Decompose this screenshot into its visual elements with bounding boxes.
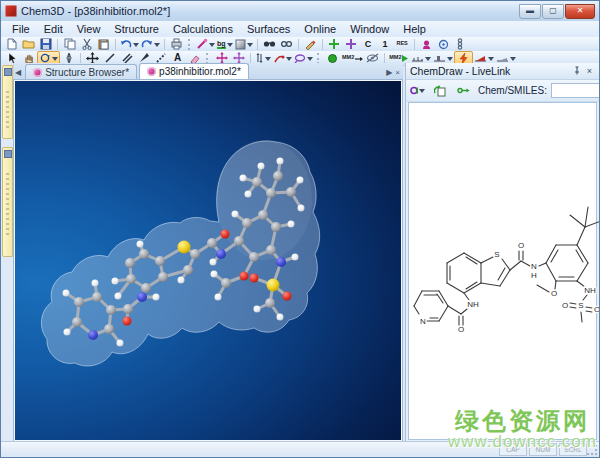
atom-c (271, 222, 281, 232)
atom-h (240, 175, 247, 182)
menu-item-calculations[interactable]: Calculations (166, 22, 240, 36)
cut-button[interactable] (78, 38, 95, 51)
atom-c (242, 218, 252, 228)
copy-structure-button[interactable] (432, 84, 449, 97)
status-scroll-lock: SCRL (559, 443, 587, 456)
atom-h (92, 280, 99, 287)
menu-item-help[interactable]: Help (396, 22, 433, 36)
chem3d-doc-icon (33, 68, 42, 77)
collapsed-panel-tab-1[interactable] (2, 65, 13, 139)
probe-tool-button[interactable] (195, 38, 216, 51)
probe-dropdown[interactable] (209, 43, 215, 50)
atom-h (277, 158, 284, 165)
atom-label-2d: NH (467, 300, 479, 309)
atom-label-2d: O (518, 241, 524, 250)
stereo-glasses-button[interactable] (261, 38, 278, 51)
menu-item-view[interactable]: View (70, 22, 108, 36)
bond-2d (414, 291, 422, 306)
new-document-button[interactable] (3, 38, 20, 51)
menu-item-online[interactable]: Online (297, 22, 343, 36)
bond-2d (555, 281, 556, 289)
copy-button[interactable] (61, 38, 78, 51)
panel-close-icon[interactable]: × (584, 66, 595, 76)
atom-c (286, 187, 296, 197)
app-icon (5, 5, 17, 17)
atom-h (254, 306, 261, 313)
collapsed-panel-tab-2[interactable] (2, 147, 13, 257)
save-button[interactable] (37, 38, 54, 51)
atom-c (266, 188, 276, 198)
menu-item-surfaces[interactable]: Surfaces (240, 22, 297, 36)
livelink-glasses-button[interactable] (409, 84, 426, 97)
model-3d-viewport[interactable] (13, 79, 403, 442)
tab-structure-browser[interactable]: Structure Browser* (25, 64, 137, 79)
menu-item-structure[interactable]: Structure (107, 22, 166, 36)
atom-n (276, 257, 286, 267)
smiles-input[interactable] (551, 83, 600, 98)
pencil-tool-button[interactable] (302, 38, 319, 51)
background-color-dropdown[interactable] (227, 43, 233, 50)
bond-2d (581, 312, 582, 322)
tab-close-button[interactable]: × (395, 68, 403, 79)
stereo-pair-button[interactable] (278, 38, 295, 51)
molecule-2d: SONHNHSOOONHON (409, 103, 600, 448)
maximize-button[interactable]: ▢ (542, 4, 564, 19)
redo-button[interactable] (140, 38, 161, 51)
atom-h (258, 163, 265, 170)
bond-2d (577, 263, 588, 281)
pin-icon[interactable] (570, 66, 584, 77)
menu-item-file[interactable]: File (5, 22, 37, 36)
atom-c (249, 252, 259, 262)
close-button[interactable]: ✕ (565, 4, 595, 19)
fragment-add-v-button[interactable] (343, 38, 360, 51)
atom-h (153, 294, 160, 301)
atom-c (265, 298, 275, 308)
gradient-fill-button[interactable] (234, 38, 254, 51)
atom-c (155, 256, 165, 266)
structure-2d-canvas[interactable]: SONHNHSOOONHON (408, 102, 597, 440)
tab-scroll-left[interactable]: ◀ (13, 68, 25, 79)
paste-button[interactable] (95, 38, 112, 51)
bond-2d (570, 307, 576, 308)
atom-c (258, 210, 268, 220)
atom-o (221, 230, 230, 239)
bond-2d (498, 268, 505, 280)
atom-label-2d: H (531, 271, 537, 280)
redo-dropdown[interactable] (154, 43, 160, 50)
panel-title: ChemDraw - LiveLink (410, 65, 510, 77)
residue-button[interactable]: RES (394, 38, 411, 51)
tab-p38inhibitior[interactable]: p38inhibitior.mol2* (139, 63, 249, 79)
molecule-3d (14, 80, 402, 441)
bond-2d (586, 311, 592, 312)
tab-scroll-right[interactable]: ▶ (386, 68, 395, 79)
resize-grip[interactable] (587, 445, 598, 456)
livelink-dropdown[interactable] (419, 89, 425, 96)
menu-item-window[interactable]: Window (343, 22, 396, 36)
model-display-button[interactable] (418, 38, 435, 51)
atom-c (158, 272, 168, 282)
charge-1-button[interactable]: 1 (377, 38, 394, 51)
atom-h (297, 177, 304, 184)
bond-2d (537, 285, 549, 292)
print-button[interactable] (168, 38, 185, 51)
send-smiles-button[interactable] (455, 84, 472, 97)
open-folder-button[interactable] (20, 38, 37, 51)
atom-h (298, 205, 305, 212)
atom-o (240, 272, 249, 281)
gradient-dropdown[interactable] (247, 43, 253, 50)
undo-button[interactable] (119, 38, 140, 51)
bond-2d (583, 295, 587, 300)
atom-h (292, 254, 299, 261)
bond-2d (586, 307, 592, 308)
undo-dropdown[interactable] (133, 43, 139, 50)
bond-2d (546, 245, 556, 263)
annotation-button[interactable] (435, 38, 452, 51)
background-color-button[interactable]: bg (216, 38, 234, 51)
minimize-button[interactable]: ▬ (519, 4, 541, 19)
fragment-add-h-button[interactable] (326, 38, 343, 51)
chain-links-button[interactable] (452, 38, 469, 51)
atom-c-button[interactable]: C (360, 38, 377, 51)
chem3d-doc-icon (147, 67, 156, 76)
menu-item-edit[interactable]: Edit (37, 22, 70, 36)
atom-c (207, 238, 217, 248)
